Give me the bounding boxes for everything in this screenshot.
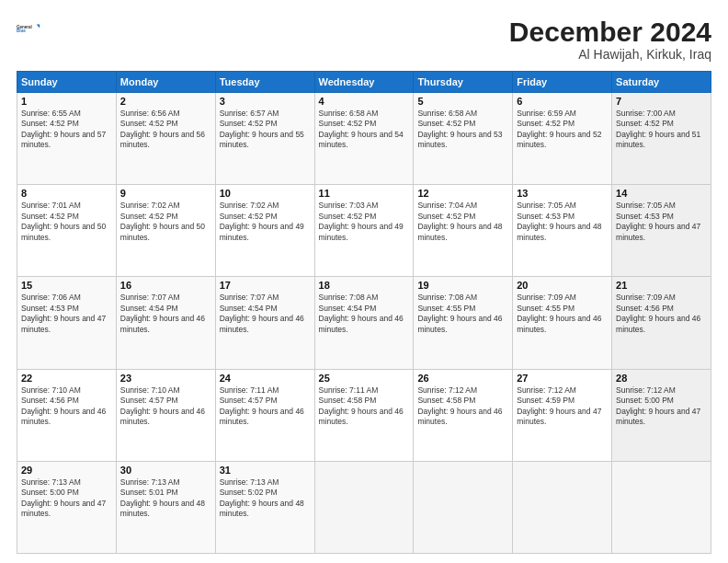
table-cell: 20Sunrise: 7:09 AMSunset: 4:55 PMDayligh… xyxy=(513,277,612,369)
table-cell: 16Sunrise: 7:07 AMSunset: 4:54 PMDayligh… xyxy=(116,277,215,369)
day-info: Sunrise: 7:10 AMSunset: 4:56 PMDaylight:… xyxy=(21,385,112,428)
day-number: 1 xyxy=(21,96,112,107)
day-number: 22 xyxy=(21,373,112,384)
table-cell: 25Sunrise: 7:11 AMSunset: 4:58 PMDayligh… xyxy=(314,369,414,461)
page: GeneralBlue December 2024 Al Hawijah, Ki… xyxy=(0,0,728,563)
title-block: December 2024 Al Hawijah, Kirkuk, Iraq xyxy=(509,17,711,62)
day-info: Sunrise: 6:56 AMSunset: 4:52 PMDaylight:… xyxy=(120,109,211,151)
day-number: 29 xyxy=(21,465,112,476)
header-friday: Friday xyxy=(513,72,612,93)
day-number: 23 xyxy=(120,373,211,384)
day-info: Sunrise: 7:04 AMSunset: 4:52 PMDaylight:… xyxy=(417,201,508,243)
day-info: Sunrise: 6:58 AMSunset: 4:52 PMDaylight:… xyxy=(417,109,508,151)
day-number: 18 xyxy=(319,280,410,291)
day-info: Sunrise: 7:07 AMSunset: 4:54 PMDaylight:… xyxy=(120,293,211,335)
table-cell: 29Sunrise: 7:13 AMSunset: 5:00 PMDayligh… xyxy=(17,461,117,553)
week-row-4: 22Sunrise: 7:10 AMSunset: 4:56 PMDayligh… xyxy=(17,369,711,461)
day-number: 16 xyxy=(120,280,211,291)
day-number: 12 xyxy=(417,188,508,199)
day-info: Sunrise: 7:12 AMSunset: 4:59 PMDaylight:… xyxy=(517,385,608,428)
day-number: 31 xyxy=(220,465,311,476)
table-cell: 19Sunrise: 7:08 AMSunset: 4:55 PMDayligh… xyxy=(414,277,513,369)
table-cell: 17Sunrise: 7:07 AMSunset: 4:54 PMDayligh… xyxy=(215,277,314,369)
day-info: Sunrise: 6:58 AMSunset: 4:52 PMDaylight:… xyxy=(319,109,410,151)
logo-icon: GeneralBlue xyxy=(17,17,42,42)
table-cell: 14Sunrise: 7:05 AMSunset: 4:53 PMDayligh… xyxy=(612,185,711,277)
week-row-5: 29Sunrise: 7:13 AMSunset: 5:00 PMDayligh… xyxy=(17,461,711,553)
table-cell: 18Sunrise: 7:08 AMSunset: 4:54 PMDayligh… xyxy=(314,277,414,369)
day-number: 27 xyxy=(517,373,608,384)
day-number: 15 xyxy=(21,280,112,291)
header: GeneralBlue December 2024 Al Hawijah, Ki… xyxy=(17,17,711,62)
day-number: 5 xyxy=(417,96,508,107)
day-info: Sunrise: 6:57 AMSunset: 4:52 PMDaylight:… xyxy=(220,109,311,151)
table-cell: 27Sunrise: 7:12 AMSunset: 4:59 PMDayligh… xyxy=(513,369,612,461)
svg-text:Blue: Blue xyxy=(17,29,26,33)
day-info: Sunrise: 7:00 AMSunset: 4:52 PMDaylight:… xyxy=(616,109,707,151)
day-info: Sunrise: 7:05 AMSunset: 4:53 PMDaylight:… xyxy=(616,201,707,243)
table-cell: 15Sunrise: 7:06 AMSunset: 4:53 PMDayligh… xyxy=(17,277,117,369)
day-info: Sunrise: 7:02 AMSunset: 4:52 PMDaylight:… xyxy=(220,201,311,243)
day-number: 10 xyxy=(220,188,311,199)
day-number: 9 xyxy=(120,188,211,199)
header-thursday: Thursday xyxy=(414,72,513,93)
day-number: 4 xyxy=(319,96,410,107)
day-info: Sunrise: 6:55 AMSunset: 4:52 PMDaylight:… xyxy=(21,109,112,151)
day-number: 26 xyxy=(417,373,508,384)
day-info: Sunrise: 7:13 AMSunset: 5:01 PMDaylight:… xyxy=(120,477,211,520)
table-cell: 21Sunrise: 7:09 AMSunset: 4:56 PMDayligh… xyxy=(612,277,711,369)
day-info: Sunrise: 7:09 AMSunset: 4:55 PMDaylight:… xyxy=(517,293,608,335)
day-number: 13 xyxy=(517,188,608,199)
week-row-2: 8Sunrise: 7:01 AMSunset: 4:52 PMDaylight… xyxy=(17,185,711,277)
week-row-3: 15Sunrise: 7:06 AMSunset: 4:53 PMDayligh… xyxy=(17,277,711,369)
header-tuesday: Tuesday xyxy=(215,72,314,93)
table-cell: 11Sunrise: 7:03 AMSunset: 4:52 PMDayligh… xyxy=(314,185,414,277)
table-cell: 30Sunrise: 7:13 AMSunset: 5:01 PMDayligh… xyxy=(116,461,215,553)
day-number: 20 xyxy=(517,280,608,291)
header-wednesday: Wednesday xyxy=(314,72,414,93)
day-number: 3 xyxy=(220,96,311,107)
day-number: 11 xyxy=(319,188,410,199)
table-cell: 5Sunrise: 6:58 AMSunset: 4:52 PMDaylight… xyxy=(414,93,513,185)
svg-marker-2 xyxy=(37,24,40,28)
table-cell: 31Sunrise: 7:13 AMSunset: 5:02 PMDayligh… xyxy=(215,461,314,553)
table-cell: 9Sunrise: 7:02 AMSunset: 4:52 PMDaylight… xyxy=(116,185,215,277)
day-info: Sunrise: 7:08 AMSunset: 4:55 PMDaylight:… xyxy=(417,293,508,335)
day-number: 19 xyxy=(417,280,508,291)
table-cell: 28Sunrise: 7:12 AMSunset: 5:00 PMDayligh… xyxy=(612,369,711,461)
header-monday: Monday xyxy=(116,72,215,93)
table-cell: 22Sunrise: 7:10 AMSunset: 4:56 PMDayligh… xyxy=(17,369,117,461)
table-cell: 3Sunrise: 6:57 AMSunset: 4:52 PMDaylight… xyxy=(215,93,314,185)
day-info: Sunrise: 7:09 AMSunset: 4:56 PMDaylight:… xyxy=(616,293,707,335)
header-saturday: Saturday xyxy=(612,72,711,93)
day-info: Sunrise: 7:11 AMSunset: 4:57 PMDaylight:… xyxy=(220,385,311,428)
table-cell: 6Sunrise: 6:59 AMSunset: 4:52 PMDaylight… xyxy=(513,93,612,185)
table-cell xyxy=(612,461,711,553)
calendar-table: Sunday Monday Tuesday Wednesday Thursday… xyxy=(17,71,711,554)
table-cell: 23Sunrise: 7:10 AMSunset: 4:57 PMDayligh… xyxy=(116,369,215,461)
table-cell: 10Sunrise: 7:02 AMSunset: 4:52 PMDayligh… xyxy=(215,185,314,277)
week-row-1: 1Sunrise: 6:55 AMSunset: 4:52 PMDaylight… xyxy=(17,93,711,185)
day-info: Sunrise: 7:01 AMSunset: 4:52 PMDaylight:… xyxy=(21,201,112,243)
day-info: Sunrise: 7:13 AMSunset: 5:02 PMDaylight:… xyxy=(220,477,311,520)
table-cell: 1Sunrise: 6:55 AMSunset: 4:52 PMDaylight… xyxy=(17,93,117,185)
day-number: 14 xyxy=(616,188,707,199)
day-number: 7 xyxy=(616,96,707,107)
header-sunday: Sunday xyxy=(17,72,117,93)
day-info: Sunrise: 7:13 AMSunset: 5:00 PMDaylight:… xyxy=(21,477,112,520)
day-info: Sunrise: 7:06 AMSunset: 4:53 PMDaylight:… xyxy=(21,293,112,335)
day-number: 28 xyxy=(616,373,707,384)
day-info: Sunrise: 7:05 AMSunset: 4:53 PMDaylight:… xyxy=(517,201,608,243)
day-info: Sunrise: 7:07 AMSunset: 4:54 PMDaylight:… xyxy=(220,293,311,335)
day-info: Sunrise: 7:11 AMSunset: 4:58 PMDaylight:… xyxy=(319,385,410,428)
day-info: Sunrise: 7:12 AMSunset: 5:00 PMDaylight:… xyxy=(616,385,707,428)
day-number: 8 xyxy=(21,188,112,199)
day-number: 2 xyxy=(120,96,211,107)
subtitle: Al Hawijah, Kirkuk, Iraq xyxy=(509,47,711,62)
day-info: Sunrise: 7:03 AMSunset: 4:52 PMDaylight:… xyxy=(319,201,410,243)
day-number: 21 xyxy=(616,280,707,291)
day-info: Sunrise: 6:59 AMSunset: 4:52 PMDaylight:… xyxy=(517,109,608,151)
table-cell: 4Sunrise: 6:58 AMSunset: 4:52 PMDaylight… xyxy=(314,93,414,185)
table-cell: 2Sunrise: 6:56 AMSunset: 4:52 PMDaylight… xyxy=(116,93,215,185)
day-info: Sunrise: 7:12 AMSunset: 4:58 PMDaylight:… xyxy=(417,385,508,428)
